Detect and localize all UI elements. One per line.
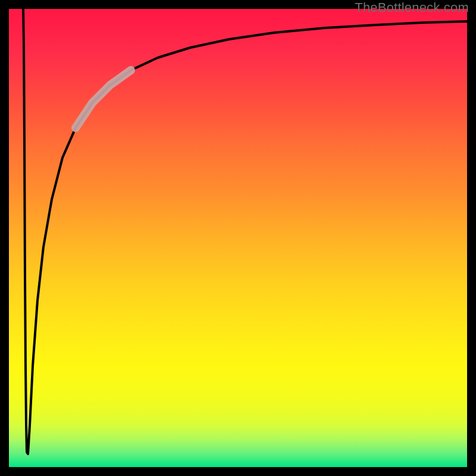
chart-stage: TheBottleneck.com [0,0,476,476]
plot-area [9,9,467,467]
watermark-label: TheBottleneck.com [355,0,469,15]
